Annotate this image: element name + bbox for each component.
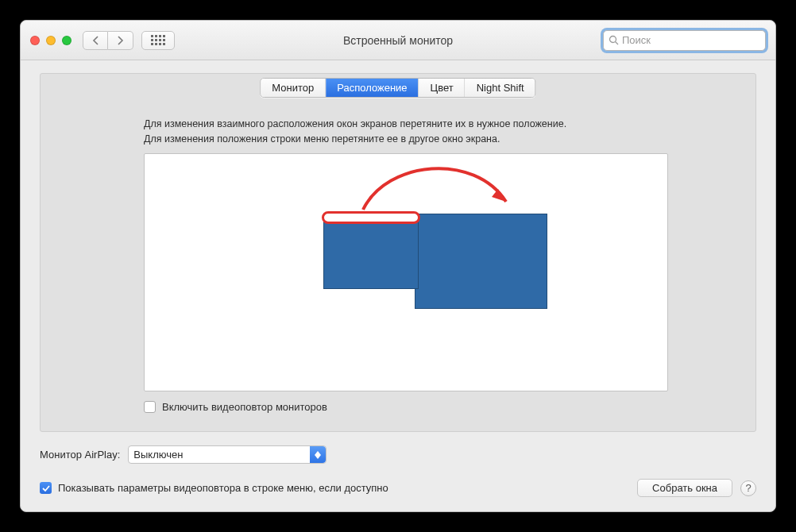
window-body: Монитор Расположение Цвет Night Shift Дл…: [21, 60, 775, 511]
show-all-button[interactable]: [141, 31, 175, 50]
display-2[interactable]: [415, 214, 547, 309]
minimize-icon[interactable]: [46, 36, 56, 45]
gather-windows-button[interactable]: Собрать окна: [637, 479, 732, 497]
titlebar: Встроенный монитор Поиск: [21, 21, 775, 60]
mirror-displays-row: Включить видеоповтор мониторов: [144, 401, 327, 413]
mirror-displays-label: Включить видеоповтор мониторов: [162, 401, 327, 413]
help-icon: ?: [745, 482, 751, 494]
airplay-row: Монитор AirPlay: Выключен: [40, 445, 327, 464]
bottom-row: Показывать параметры видеоповтора в стро…: [40, 479, 756, 497]
show-mirror-options-checkbox[interactable]: [40, 482, 52, 494]
chevron-right-icon: [117, 36, 124, 45]
search-placeholder: Поиск: [622, 34, 651, 46]
select-stepper-icon: [310, 446, 326, 463]
traffic-lights: [30, 36, 71, 45]
zoom-icon[interactable]: [62, 36, 71, 45]
airplay-value: Выключен: [133, 449, 183, 461]
instructions-line2: Для изменения положения строки меню пере…: [144, 132, 668, 147]
tab-arrangement[interactable]: Расположение: [326, 79, 419, 97]
tab-night-shift[interactable]: Night Shift: [466, 79, 535, 97]
back-button[interactable]: [83, 31, 108, 50]
display-arrangement-area[interactable]: [144, 153, 668, 391]
svg-line-1: [616, 42, 619, 45]
help-button[interactable]: ?: [740, 480, 756, 496]
tab-bar: Монитор Расположение Цвет Night Shift: [260, 78, 535, 98]
checkmark-icon: [42, 484, 50, 492]
svg-point-0: [610, 37, 616, 43]
forward-button[interactable]: [108, 31, 133, 50]
display-1[interactable]: [323, 214, 419, 289]
instructions-line1: Для изменения взаимного расположения око…: [144, 117, 668, 132]
instructions-text: Для изменения взаимного расположения око…: [144, 117, 668, 147]
search-icon: [609, 35, 619, 45]
show-mirror-options-label: Показывать параметры видеоповтора в стро…: [58, 482, 388, 494]
menu-bar-indicator[interactable]: [322, 211, 420, 224]
content-inset: Монитор Расположение Цвет Night Shift Дл…: [40, 73, 756, 432]
search-input[interactable]: Поиск: [603, 30, 766, 51]
airplay-label: Монитор AirPlay:: [40, 449, 120, 461]
tab-color[interactable]: Цвет: [419, 79, 466, 97]
close-icon[interactable]: [30, 36, 40, 45]
airplay-select[interactable]: Выключен: [128, 445, 327, 464]
tab-monitor[interactable]: Монитор: [261, 79, 326, 97]
chevron-left-icon: [92, 36, 99, 45]
mirror-displays-checkbox[interactable]: [144, 401, 156, 413]
system-prefs-window: Встроенный монитор Поиск Монитор Располо…: [20, 20, 776, 512]
nav-buttons: [83, 31, 133, 50]
grid-icon: [151, 35, 165, 45]
